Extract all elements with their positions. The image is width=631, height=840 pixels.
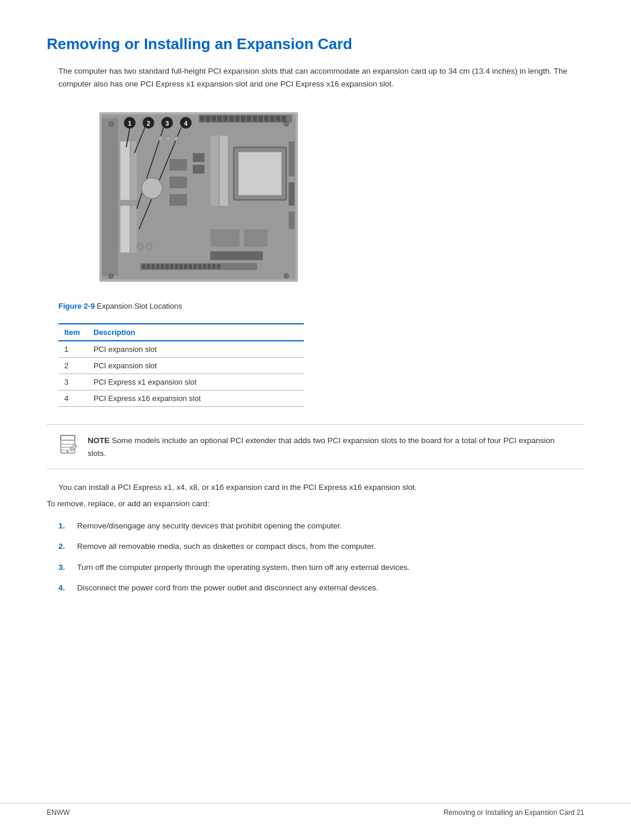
table-row: 4PCI Express x16 expansion slot: [58, 390, 304, 407]
step-text: Turn off the computer properly through t…: [77, 561, 410, 574]
svg-rect-61: [193, 264, 197, 269]
note-content: NOTE Some models include an optional PCI…: [88, 434, 573, 459]
table-cell-item: 4: [58, 390, 88, 407]
table-cell-item: 3: [58, 374, 88, 390]
svg-point-42: [109, 274, 113, 278]
page-title: Removing or Installing an Expansion Card: [47, 35, 584, 53]
svg-rect-54: [161, 264, 164, 269]
step-text: Remove/disengage any security devices th…: [77, 520, 342, 533]
list-item: 3.Turn off the computer properly through…: [58, 561, 584, 574]
svg-rect-59: [184, 264, 188, 269]
svg-rect-25: [229, 116, 234, 122]
svg-text:2: 2: [147, 120, 150, 127]
svg-rect-34: [282, 116, 286, 122]
step-text: Remove all removable media, such as disk…: [77, 540, 376, 553]
svg-text:1: 1: [128, 120, 131, 127]
svg-rect-37: [220, 136, 228, 206]
svg-rect-24: [223, 116, 228, 122]
table-cell-item: 2: [58, 358, 88, 374]
figure-caption: Figure 2-9 Expansion Slot Locations: [58, 302, 584, 310]
svg-rect-83: [70, 444, 77, 451]
svg-rect-56: [170, 264, 174, 269]
expansion-slot-table: Item Description 1PCI expansion slot2PCI…: [58, 323, 304, 407]
svg-rect-28: [247, 116, 251, 122]
svg-rect-55: [165, 264, 169, 269]
list-item: 2.Remove all removable media, such as di…: [58, 540, 584, 553]
svg-rect-47: [193, 153, 204, 162]
step-text: Disconnect the power cord from the power…: [77, 582, 379, 594]
svg-rect-53: [156, 264, 160, 269]
svg-point-76: [137, 244, 143, 250]
svg-rect-22: [212, 116, 216, 122]
svg-rect-60: [189, 264, 192, 269]
list-item: 1.Remove/disengage any security devices …: [58, 520, 584, 533]
svg-rect-29: [252, 116, 257, 122]
table-cell-description: PCI expansion slot: [88, 341, 304, 358]
svg-rect-57: [175, 264, 178, 269]
svg-point-40: [109, 122, 113, 126]
table-header-description: Description: [88, 324, 304, 341]
svg-rect-66: [217, 264, 220, 269]
step-number: 4.: [58, 582, 69, 594]
svg-rect-69: [210, 251, 263, 260]
svg-rect-36: [210, 136, 219, 206]
svg-rect-45: [169, 177, 187, 188]
table-row: 1PCI expansion slot: [58, 341, 304, 358]
note-label: NOTE: [88, 436, 110, 445]
svg-rect-44: [169, 159, 187, 171]
svg-rect-71: [289, 182, 294, 206]
table-row: 3PCI Express x1 expansion slot: [58, 374, 304, 390]
svg-rect-67: [210, 229, 240, 247]
svg-rect-39: [238, 152, 282, 195]
svg-rect-31: [264, 116, 269, 122]
footer-right: Removing or Installing an Expansion Card…: [443, 808, 584, 817]
table-cell-description: PCI expansion slot: [88, 358, 304, 374]
to-remove-text: To remove, replace, or add an expansion …: [47, 497, 584, 510]
table-cell-description: PCI Express x16 expansion slot: [88, 390, 304, 407]
table-header-item: Item: [58, 324, 88, 341]
svg-rect-2: [102, 118, 118, 276]
svg-text:3: 3: [165, 120, 169, 127]
svg-rect-23: [217, 116, 222, 122]
table-cell-item: 1: [58, 341, 88, 358]
svg-rect-62: [198, 264, 202, 269]
note-box: NOTE Some models include an optional PCI…: [47, 424, 584, 469]
svg-point-74: [166, 136, 171, 141]
svg-rect-50: [142, 264, 145, 269]
svg-rect-64: [207, 264, 211, 269]
step-number: 3.: [58, 561, 69, 574]
page-footer: ENWW Removing or Installing an Expansion…: [0, 803, 631, 817]
svg-point-43: [284, 274, 289, 278]
svg-rect-72: [289, 212, 294, 229]
note-text: Some models include an optional PCI exte…: [88, 436, 554, 458]
svg-rect-4: [120, 206, 130, 253]
svg-rect-51: [147, 264, 150, 269]
svg-text:4: 4: [184, 120, 188, 127]
svg-rect-70: [289, 141, 294, 177]
table-cell-description: PCI Express x1 expansion slot: [88, 374, 304, 390]
note-icon: [58, 434, 79, 455]
note-second-paragraph: You can install a PCI Express x1, x4, x8…: [58, 481, 584, 494]
svg-point-35: [141, 178, 162, 199]
figure-caption-bold: Figure 2-9: [58, 302, 95, 310]
svg-rect-20: [200, 116, 204, 122]
svg-point-73: [158, 136, 163, 141]
svg-rect-21: [206, 116, 210, 122]
svg-rect-32: [270, 116, 275, 122]
svg-rect-65: [212, 264, 216, 269]
svg-rect-26: [235, 116, 240, 122]
svg-point-77: [146, 244, 152, 250]
motherboard-figure: 1 2 3 4: [93, 106, 584, 288]
svg-rect-63: [203, 264, 206, 269]
figure-caption-text: Expansion Slot Locations: [95, 302, 182, 310]
svg-rect-52: [151, 264, 155, 269]
svg-rect-79: [61, 435, 75, 440]
svg-rect-3: [120, 141, 130, 200]
table-row: 2PCI expansion slot: [58, 358, 304, 374]
svg-rect-33: [276, 116, 280, 122]
svg-rect-46: [169, 194, 187, 206]
svg-rect-6: [131, 206, 137, 253]
svg-point-75: [174, 136, 178, 141]
steps-list: 1.Remove/disengage any security devices …: [47, 520, 584, 594]
svg-rect-68: [244, 229, 268, 247]
